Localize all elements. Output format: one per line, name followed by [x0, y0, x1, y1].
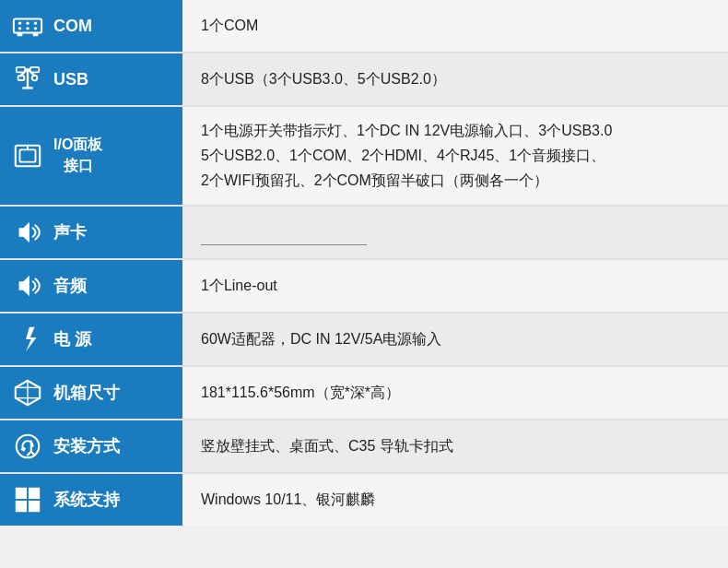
label-sound: 声卡	[0, 206, 182, 259]
sound-icon	[11, 216, 44, 249]
label-text-sound: 声卡	[53, 221, 87, 243]
value-install: 竖放壁挂式、桌面式、C35 导轨卡扣式	[182, 420, 728, 473]
value-com: 1个COM	[182, 0, 728, 53]
power-icon	[11, 323, 44, 356]
label-sys: 系统支持	[0, 473, 182, 526]
svg-line-23	[31, 451, 35, 455]
value-sound	[182, 206, 728, 259]
label-com: COM	[0, 0, 182, 53]
label-text-io: I/O面板 接口	[53, 135, 102, 176]
label-io: I/O面板 接口	[0, 106, 182, 206]
svg-rect-18	[20, 149, 36, 161]
value-audio: 1个Line-out	[182, 259, 728, 313]
label-install: 安装方式	[0, 420, 182, 473]
io-icon	[11, 139, 44, 172]
svg-point-1	[18, 21, 21, 24]
value-power: 60W适配器，DC IN 12V/5A电源输入	[182, 313, 728, 366]
svg-rect-27	[29, 501, 40, 512]
svg-point-2	[26, 21, 29, 24]
svg-rect-24	[16, 487, 27, 498]
value-usb: 8个USB（3个USB3.0、5个USB2.0）	[182, 53, 728, 106]
sys-icon	[11, 483, 44, 516]
label-audio: 音频	[0, 259, 182, 313]
case-icon	[11, 376, 44, 409]
svg-rect-7	[18, 33, 23, 37]
audio-icon	[11, 269, 44, 302]
label-text-usb: USB	[53, 70, 88, 89]
value-case: 181*115.6*56mm（宽*深*高）	[182, 366, 728, 420]
svg-point-4	[18, 27, 21, 30]
svg-rect-12	[18, 76, 25, 80]
svg-rect-26	[16, 501, 27, 512]
label-case: 机箱尺寸	[0, 366, 182, 420]
label-text-power: 电 源	[53, 328, 91, 350]
specs-table: COM1个COM USB8个USB（3个USB3.0、5个USB2.0） I/O…	[0, 0, 728, 526]
value-sys: Windows 10/11、银河麒麟	[182, 473, 728, 526]
label-text-com: COM	[53, 17, 92, 36]
label-text-install: 安装方式	[53, 435, 120, 457]
label-text-case: 机箱尺寸	[53, 382, 120, 404]
svg-rect-25	[29, 487, 40, 498]
svg-point-3	[34, 21, 37, 24]
svg-point-13	[32, 76, 38, 81]
label-text-audio: 音频	[53, 275, 87, 297]
svg-rect-8	[33, 33, 39, 37]
com-icon	[11, 9, 44, 42]
svg-point-6	[34, 27, 37, 30]
label-power: 电 源	[0, 313, 182, 366]
sound-underline	[201, 219, 367, 244]
svg-point-5	[26, 27, 29, 30]
usb-icon	[11, 63, 44, 96]
label-usb: USB	[0, 53, 182, 106]
value-io: 1个电源开关带指示灯、1个DC IN 12V电源输入口、3个USB3.0 5个U…	[182, 106, 728, 206]
svg-rect-0	[14, 18, 41, 32]
install-icon	[11, 430, 44, 463]
label-text-sys: 系统支持	[53, 489, 120, 511]
